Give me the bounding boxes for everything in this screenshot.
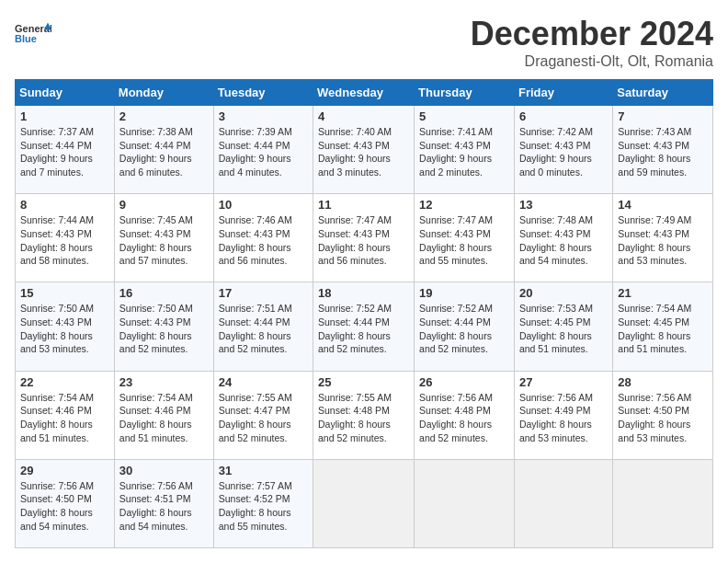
day-number: 5: [419, 109, 509, 123]
day-info: Sunrise: 7:49 AMSunset: 4:43 PMDaylight:…: [618, 214, 691, 266]
header: General Blue December 2024 Draganesti-Ol…: [15, 15, 713, 70]
day-number: 16: [119, 286, 209, 300]
day-info: Sunrise: 7:56 AMSunset: 4:48 PMDaylight:…: [419, 392, 493, 443]
week-row-1: 1 Sunrise: 7:37 AMSunset: 4:44 PMDayligh…: [16, 106, 713, 194]
day-number: 21: [618, 286, 708, 300]
month-title: December 2024: [471, 15, 713, 53]
calendar-cell: 28 Sunrise: 7:56 AMSunset: 4:50 PMDaylig…: [613, 371, 713, 459]
weekday-header-tuesday: Tuesday: [213, 80, 313, 106]
day-info: Sunrise: 7:43 AMSunset: 4:43 PMDaylight:…: [618, 126, 691, 178]
day-number: 24: [219, 375, 308, 389]
week-row-4: 22 Sunrise: 7:54 AMSunset: 4:46 PMDaylig…: [16, 371, 713, 459]
day-info: Sunrise: 7:47 AMSunset: 4:43 PMDaylight:…: [419, 214, 493, 266]
calendar-cell: 14 Sunrise: 7:49 AMSunset: 4:43 PMDaylig…: [613, 194, 713, 282]
calendar-cell: 18 Sunrise: 7:52 AMSunset: 4:44 PMDaylig…: [313, 282, 415, 371]
day-number: 28: [618, 375, 708, 389]
title-block: December 2024 Draganesti-Olt, Olt, Roman…: [471, 15, 713, 70]
day-number: 1: [20, 109, 109, 123]
calendar-cell: 3 Sunrise: 7:39 AMSunset: 4:44 PMDayligh…: [213, 106, 313, 194]
day-number: 4: [318, 109, 409, 123]
day-info: Sunrise: 7:53 AMSunset: 4:45 PMDaylight:…: [519, 303, 593, 354]
week-row-5: 29 Sunrise: 7:56 AMSunset: 4:50 PMDaylig…: [16, 459, 713, 547]
day-number: 23: [119, 375, 209, 389]
day-info: Sunrise: 7:54 AMSunset: 4:46 PMDaylight:…: [20, 392, 94, 443]
calendar-cell: 20 Sunrise: 7:53 AMSunset: 4:45 PMDaylig…: [514, 282, 612, 371]
day-info: Sunrise: 7:45 AMSunset: 4:43 PMDaylight:…: [119, 214, 193, 266]
calendar-body: 1 Sunrise: 7:37 AMSunset: 4:44 PMDayligh…: [16, 106, 713, 548]
calendar-cell: 22 Sunrise: 7:54 AMSunset: 4:46 PMDaylig…: [16, 371, 115, 459]
day-number: 12: [419, 198, 509, 212]
svg-text:Blue: Blue: [15, 33, 37, 44]
logo-svg: General Blue: [15, 15, 51, 52]
day-info: Sunrise: 7:55 AMSunset: 4:48 PMDaylight:…: [318, 392, 392, 443]
calendar-cell: 27 Sunrise: 7:56 AMSunset: 4:49 PMDaylig…: [514, 371, 612, 459]
day-number: 15: [20, 286, 109, 300]
calendar-cell: [313, 459, 415, 547]
calendar-cell: 11 Sunrise: 7:47 AMSunset: 4:43 PMDaylig…: [313, 194, 415, 282]
calendar-cell: 23 Sunrise: 7:54 AMSunset: 4:46 PMDaylig…: [114, 371, 213, 459]
calendar-cell: 25 Sunrise: 7:55 AMSunset: 4:48 PMDaylig…: [313, 371, 415, 459]
calendar-cell: 9 Sunrise: 7:45 AMSunset: 4:43 PMDayligh…: [114, 194, 213, 282]
day-number: 13: [519, 198, 608, 212]
calendar-cell: 31 Sunrise: 7:57 AMSunset: 4:52 PMDaylig…: [213, 459, 313, 547]
day-info: Sunrise: 7:47 AMSunset: 4:43 PMDaylight:…: [318, 214, 392, 266]
calendar-cell: 21 Sunrise: 7:54 AMSunset: 4:45 PMDaylig…: [613, 282, 713, 371]
day-number: 6: [519, 109, 608, 123]
day-number: 20: [519, 286, 608, 300]
calendar-cell: 19 Sunrise: 7:52 AMSunset: 4:44 PMDaylig…: [415, 282, 515, 371]
calendar-cell: 10 Sunrise: 7:46 AMSunset: 4:43 PMDaylig…: [213, 194, 313, 282]
day-number: 11: [318, 198, 409, 212]
week-row-3: 15 Sunrise: 7:50 AMSunset: 4:43 PMDaylig…: [16, 282, 713, 371]
weekday-header-saturday: Saturday: [613, 80, 713, 106]
day-number: 30: [119, 464, 209, 477]
calendar-cell: 7 Sunrise: 7:43 AMSunset: 4:43 PMDayligh…: [613, 106, 713, 194]
page: General Blue December 2024 Draganesti-Ol…: [0, 0, 728, 563]
calendar-cell: [415, 459, 515, 547]
day-info: Sunrise: 7:50 AMSunset: 4:43 PMDaylight:…: [119, 303, 193, 354]
day-info: Sunrise: 7:56 AMSunset: 4:50 PMDaylight:…: [20, 480, 94, 532]
weekday-header-sunday: Sunday: [16, 80, 115, 106]
logo: General Blue: [15, 15, 51, 52]
day-number: 8: [20, 198, 109, 212]
week-row-2: 8 Sunrise: 7:44 AMSunset: 4:43 PMDayligh…: [16, 194, 713, 282]
calendar-cell: 8 Sunrise: 7:44 AMSunset: 4:43 PMDayligh…: [16, 194, 115, 282]
weekday-header-wednesday: Wednesday: [313, 80, 415, 106]
day-info: Sunrise: 7:52 AMSunset: 4:44 PMDaylight:…: [419, 303, 493, 354]
weekday-header-row: SundayMondayTuesdayWednesdayThursdayFrid…: [16, 80, 713, 106]
day-info: Sunrise: 7:40 AMSunset: 4:43 PMDaylight:…: [318, 126, 392, 178]
calendar-cell: 16 Sunrise: 7:50 AMSunset: 4:43 PMDaylig…: [114, 282, 213, 371]
day-number: 25: [318, 375, 409, 389]
day-info: Sunrise: 7:52 AMSunset: 4:44 PMDaylight:…: [318, 303, 392, 354]
calendar-cell: 17 Sunrise: 7:51 AMSunset: 4:44 PMDaylig…: [213, 282, 313, 371]
day-info: Sunrise: 7:48 AMSunset: 4:43 PMDaylight:…: [519, 214, 593, 266]
calendar-cell: 6 Sunrise: 7:42 AMSunset: 4:43 PMDayligh…: [514, 106, 612, 194]
calendar-cell: [613, 459, 713, 547]
day-number: 26: [419, 375, 509, 389]
day-number: 22: [20, 375, 109, 389]
calendar-cell: [514, 459, 612, 547]
day-info: Sunrise: 7:51 AMSunset: 4:44 PMDaylight:…: [219, 303, 292, 354]
day-info: Sunrise: 7:41 AMSunset: 4:43 PMDaylight:…: [419, 126, 493, 178]
calendar-cell: 13 Sunrise: 7:48 AMSunset: 4:43 PMDaylig…: [514, 194, 612, 282]
weekday-header-thursday: Thursday: [415, 80, 515, 106]
day-number: 14: [618, 198, 708, 212]
day-number: 10: [219, 198, 308, 212]
calendar-cell: 2 Sunrise: 7:38 AMSunset: 4:44 PMDayligh…: [114, 106, 213, 194]
day-number: 18: [318, 286, 409, 300]
day-info: Sunrise: 7:50 AMSunset: 4:43 PMDaylight:…: [20, 303, 94, 354]
calendar-cell: 12 Sunrise: 7:47 AMSunset: 4:43 PMDaylig…: [415, 194, 515, 282]
day-info: Sunrise: 7:56 AMSunset: 4:51 PMDaylight:…: [119, 480, 193, 532]
day-number: 2: [119, 109, 209, 123]
day-info: Sunrise: 7:46 AMSunset: 4:43 PMDaylight:…: [219, 214, 292, 266]
day-number: 9: [119, 198, 209, 212]
day-number: 29: [20, 464, 109, 477]
day-number: 17: [219, 286, 308, 300]
day-number: 3: [219, 109, 308, 123]
calendar-cell: 24 Sunrise: 7:55 AMSunset: 4:47 PMDaylig…: [213, 371, 313, 459]
day-number: 31: [219, 464, 308, 477]
weekday-header-monday: Monday: [114, 80, 213, 106]
day-number: 27: [519, 375, 608, 389]
day-info: Sunrise: 7:37 AMSunset: 4:44 PMDaylight:…: [20, 126, 94, 178]
day-info: Sunrise: 7:54 AMSunset: 4:45 PMDaylight:…: [618, 303, 691, 354]
day-info: Sunrise: 7:38 AMSunset: 4:44 PMDaylight:…: [119, 126, 193, 178]
